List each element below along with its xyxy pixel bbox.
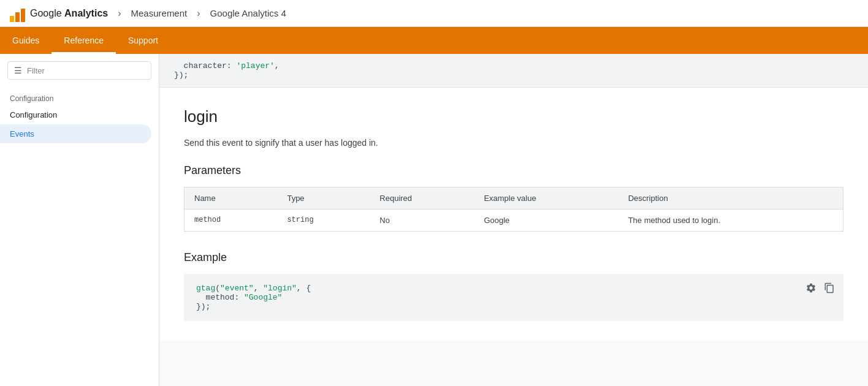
gear-icon [805, 282, 817, 293]
nav-guides[interactable]: Guides [0, 27, 51, 54]
breadcrumb-ga4[interactable]: Google Analytics 4 [210, 8, 286, 18]
parameters-table: Name Type Required Example value Descrip… [184, 187, 843, 232]
example-code-block: gtag("event", "login", { method: "Google… [184, 274, 843, 321]
breadcrumb-sep-2: › [197, 8, 200, 19]
filter-placeholder: Filter [27, 66, 45, 75]
top-bar: Google Analytics › Measurement › Google … [0, 0, 868, 27]
breadcrumb-sep-1: › [118, 8, 121, 19]
sidebar: ☰ Filter Configuration Configuration Eve… [0, 54, 159, 386]
row-name: method [185, 210, 278, 232]
col-example: Example value [474, 187, 618, 210]
nav-reference[interactable]: Reference [51, 27, 116, 54]
copy-button[interactable] [823, 281, 836, 295]
settings-button[interactable] [804, 281, 818, 295]
example-line1: gtag("event", "login", { [196, 284, 831, 293]
logo-area: Google Analytics › Measurement › Google … [10, 5, 286, 22]
preceding-code-block: character: 'player', }); [159, 54, 868, 88]
filter-icon: ☰ [14, 66, 22, 75]
col-type: Type [277, 187, 370, 210]
section-desc: Send this event to signify that a user h… [184, 136, 843, 149]
row-required: No [370, 210, 474, 232]
row-type: string [277, 210, 370, 232]
sidebar-section-configuration: Configuration [0, 89, 159, 105]
row-example: Google [474, 210, 618, 232]
col-name: Name [185, 187, 278, 210]
section-title: login [184, 107, 843, 126]
main-layout: ☰ Filter Configuration Configuration Eve… [0, 54, 868, 386]
row-description: The method used to login. [619, 210, 843, 232]
ga-logo-icon [10, 5, 25, 22]
nav-bar: Guides Reference Support [0, 27, 868, 54]
example-line2: method: "Google" [196, 293, 831, 302]
table-row: method string No Google The method used … [185, 210, 843, 232]
breadcrumb-measurement[interactable]: Measurement [131, 8, 188, 18]
code-actions [804, 281, 836, 295]
sidebar-item-configuration[interactable]: Configuration [0, 105, 159, 124]
sidebar-item-events[interactable]: Events [0, 124, 151, 143]
col-description: Description [619, 187, 843, 210]
col-required: Required [370, 187, 474, 210]
copy-icon [824, 282, 835, 293]
logo-text: Google Analytics [30, 8, 108, 19]
example-line3: }); [196, 302, 831, 311]
filter-box[interactable]: ☰ Filter [7, 61, 151, 80]
doc-content: login Send this event to signify that a … [159, 88, 868, 341]
example-title: Example [184, 251, 843, 264]
preceding-code-line2: }); [174, 70, 853, 80]
preceding-code-line1: character: 'player', [174, 61, 853, 70]
nav-support[interactable]: Support [116, 27, 170, 54]
parameters-title: Parameters [184, 164, 843, 177]
content-area: character: 'player', }); login Send this… [159, 54, 868, 386]
